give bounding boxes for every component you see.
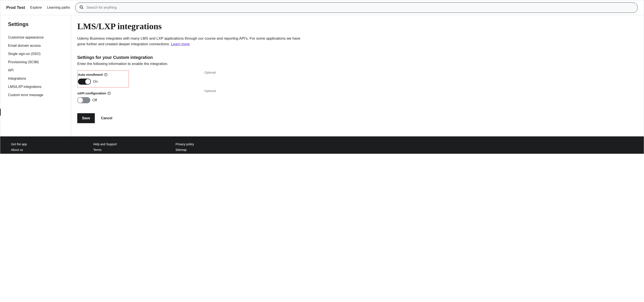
sidebar-item-lms-lxp-integrations[interactable]: LMS/LXP integrations xyxy=(8,83,71,91)
toggle-knob xyxy=(85,79,90,84)
sidebar-item-integrations[interactable]: Integrations xyxy=(8,74,71,83)
section-subtitle: Enter the following information to enabl… xyxy=(77,62,635,66)
footer-help-support[interactable]: Help and Support xyxy=(93,142,136,146)
footer-sitemap[interactable]: Sitemap xyxy=(176,148,219,152)
footer-privacy-policy[interactable]: Privacy policy xyxy=(176,142,219,146)
nav-explore[interactable]: Explore xyxy=(30,6,42,10)
nav-learning-paths[interactable]: Learning paths xyxy=(47,6,70,10)
main-content: LMS/LXP integrations Udemy Business inte… xyxy=(71,15,644,136)
search-field[interactable] xyxy=(75,2,638,13)
svg-line-1 xyxy=(82,8,83,9)
sidebar-item-customize-appearance[interactable]: Customize appearance xyxy=(8,33,71,42)
svg-point-4 xyxy=(106,74,106,74)
save-button[interactable]: Save xyxy=(77,113,95,123)
xapi-block: xAPI configuration Off xyxy=(77,89,111,106)
header-bar: Prod Test Explore Learning paths xyxy=(0,0,644,15)
auto-enrollment-state: On xyxy=(93,80,98,84)
sidebar-item-provisioning-scim[interactable]: Provisioning (SCIM) xyxy=(8,58,71,66)
sidebar-title: Settings xyxy=(8,21,71,27)
info-icon[interactable] xyxy=(107,92,111,95)
page-title: LMS/LXP integrations xyxy=(77,21,635,32)
xapi-state: Off xyxy=(92,98,97,102)
info-icon[interactable] xyxy=(104,73,108,76)
section-title: Settings for your Custom integration xyxy=(77,55,635,60)
active-indicator xyxy=(0,109,1,116)
footer-get-the-app[interactable]: Get the app xyxy=(11,142,54,146)
auto-enrollment-block: Auto enrollment On xyxy=(77,70,129,88)
auto-enrollment-toggle[interactable] xyxy=(78,78,91,85)
xapi-toggle[interactable] xyxy=(77,97,90,103)
search-input[interactable] xyxy=(86,6,634,10)
sidebar-item-sso[interactable]: Single sign-on (SSO) xyxy=(8,50,71,58)
footer-terms[interactable]: Terms xyxy=(93,148,136,152)
xapi-optional-tag: Optional xyxy=(204,89,216,93)
auto-enrollment-optional-tag: Optional xyxy=(204,70,216,74)
sidebar-item-custom-error-message[interactable]: Custom error message xyxy=(8,91,71,99)
sidebar-item-email-domain-access[interactable]: Email domain access xyxy=(8,42,71,50)
svg-point-7 xyxy=(109,92,109,93)
settings-sidebar: Settings Customize appearance Email doma… xyxy=(0,15,71,136)
footer-about-us[interactable]: About us xyxy=(11,148,54,152)
xapi-label: xAPI configuration xyxy=(77,91,106,95)
page-description: Udemy Business integrates with many LMS … xyxy=(77,36,304,47)
toggle-knob xyxy=(78,98,83,103)
learn-more-link[interactable]: Learn more xyxy=(171,42,190,46)
brand-name[interactable]: Prod Test xyxy=(6,5,25,10)
cancel-button[interactable]: Cancel xyxy=(101,116,112,120)
footer: Get the app About us Help and Support Te… xyxy=(0,136,644,154)
auto-enrollment-label: Auto enrollment xyxy=(78,73,103,76)
sidebar-item-api[interactable]: API xyxy=(8,66,71,74)
search-icon xyxy=(79,5,84,10)
